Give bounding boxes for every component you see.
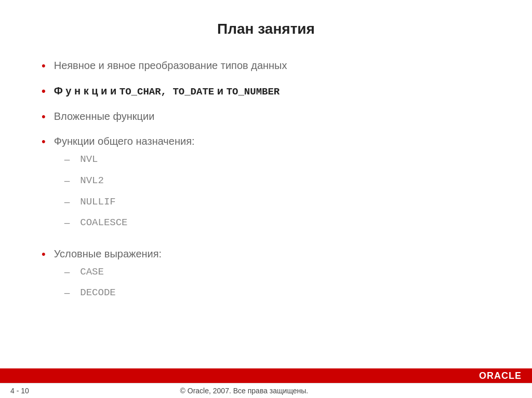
general-label: Функции общего назначения:: [54, 135, 195, 147]
footer-page: 4 - 10: [10, 387, 29, 395]
sub-item-coalesce: COALESCE: [80, 216, 127, 230]
sub-list-general: – NVL – NVL2 – NULLIF – COALESCE: [64, 153, 490, 229]
item-text-functions: Ф у н к ц и и TO_CHAR, TO_DATE и TO_NUMB…: [54, 84, 490, 99]
sub-item-nvl2: NVL2: [80, 174, 104, 188]
item-text-general: Функции общего назначения: – NVL – NVL2 …: [54, 134, 490, 237]
sub-dash-nullif: –: [64, 195, 70, 209]
sub-item-nvl: NVL: [80, 153, 98, 167]
sub-list-conditional: – CASE – DECODE: [64, 265, 490, 300]
list-item-nvl: – NVL: [64, 153, 490, 167]
bullet-list: • Неявное и явное преобразование типов д…: [42, 58, 490, 317]
functions-prefix: Ф у н к ц и и: [54, 85, 119, 97]
item-text-implicit: Неявное и явное преобразование типов дан…: [54, 58, 490, 73]
page-title: План занятия: [42, 21, 490, 37]
list-item-case: – CASE: [64, 265, 490, 279]
sub-dash-decode: –: [64, 286, 70, 300]
sub-item-case: CASE: [80, 265, 104, 279]
footer-copyright: © Oracle, 2007. Все права защищены.: [29, 387, 459, 395]
list-item-nvl2: – NVL2: [64, 174, 490, 188]
list-item-coalesce: – COALESCE: [64, 216, 490, 230]
functions-mid: и: [214, 85, 226, 97]
list-item-general: • Функции общего назначения: – NVL – NVL…: [42, 134, 490, 237]
bullet-dot-3: •: [42, 109, 46, 125]
footer-bar: ORACLE: [0, 368, 532, 383]
sub-item-decode: DECODE: [80, 286, 115, 300]
sub-dash-case: –: [64, 265, 70, 279]
functions-mono2: TO_NUMBER: [227, 86, 280, 98]
item-text-conditional: Условные выражения: – CASE – DECODE: [54, 246, 490, 307]
sub-dash-nvl: –: [64, 153, 70, 167]
list-item-nested: • Вложенные функции: [42, 109, 490, 125]
list-item-functions: • Ф у н к ц и и TO_CHAR, TO_DATE и TO_NU…: [42, 84, 490, 100]
conditional-label: Условные выражения:: [54, 248, 162, 259]
functions-mono1: TO_CHAR, TO_DATE: [119, 86, 214, 98]
oracle-logo-text: ORACLE: [479, 370, 522, 381]
sub-dash-coalesce: –: [64, 216, 70, 230]
footer-info: 4 - 10 © Oracle, 2007. Все права защищен…: [0, 383, 532, 398]
sub-dash-nvl2: –: [64, 174, 70, 188]
bullet-dot-2: •: [42, 84, 46, 100]
sub-item-nullif: NULLIF: [80, 195, 115, 209]
bullet-dot-4: •: [42, 134, 46, 150]
bullet-dot-5: •: [42, 246, 46, 263]
list-item-implicit: • Неявное и явное преобразование типов д…: [42, 58, 490, 74]
bullet-dot-1: •: [42, 58, 46, 74]
main-content: План занятия • Неявное и явное преобразо…: [0, 0, 532, 368]
footer-bar-inner: ORACLE: [0, 368, 532, 383]
list-item-conditional: • Условные выражения: – CASE – DECODE: [42, 246, 490, 307]
list-item-decode: – DECODE: [64, 286, 490, 300]
list-item-nullif: – NULLIF: [64, 195, 490, 209]
item-text-nested: Вложенные функции: [54, 109, 490, 123]
